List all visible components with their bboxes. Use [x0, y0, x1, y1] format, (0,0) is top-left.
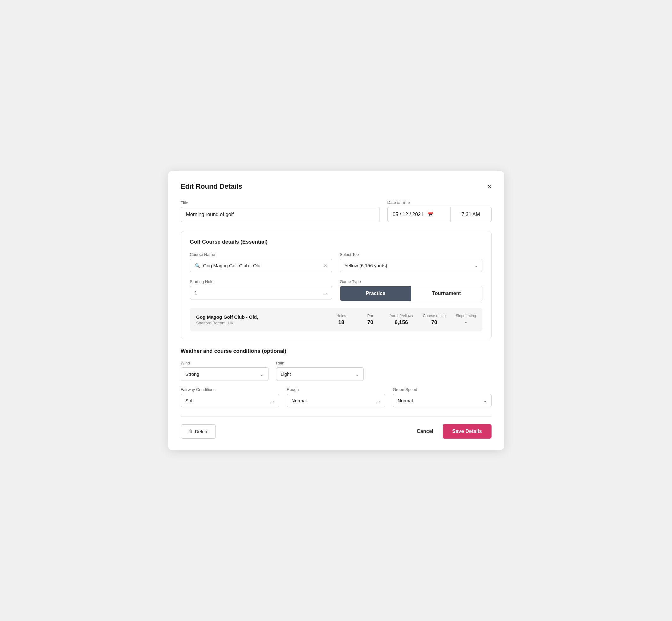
chevron-down-icon-2: ⌄: [324, 290, 328, 295]
yards-value: 6,156: [395, 319, 408, 326]
game-type-label: Game Type: [340, 279, 482, 284]
practice-button[interactable]: Practice: [340, 286, 411, 301]
footer-divider: [181, 416, 492, 417]
course-rating-value: 70: [431, 319, 437, 326]
course-section: Golf Course details (Essential) Course N…: [181, 231, 492, 339]
title-group: Title: [181, 200, 380, 222]
course-section-title: Golf Course details (Essential): [190, 239, 482, 245]
title-input[interactable]: [181, 207, 380, 222]
cancel-button[interactable]: Cancel: [414, 424, 436, 438]
search-icon: 🔍: [195, 263, 200, 268]
rain-dropdown[interactable]: Light ⌄: [276, 367, 364, 381]
starting-hole-value: 1: [195, 290, 197, 295]
chevron-down-icon: ⌄: [474, 263, 478, 268]
course-info-location: Shelford Bottom, UK: [196, 321, 322, 325]
green-speed-dropdown[interactable]: Normal ⌄: [393, 394, 491, 407]
starting-hole-dropdown[interactable]: 1 ⌄: [190, 286, 333, 299]
holes-value: 18: [338, 319, 344, 326]
datetime-label: Date & Time: [387, 200, 492, 205]
fairway-dropdown[interactable]: Soft ⌄: [181, 394, 279, 407]
course-info-row: Gog Magog Golf Club - Old, Shelford Bott…: [190, 308, 482, 331]
game-type-group: Game Type Practice Tournament: [340, 279, 482, 301]
course-row-1: Course Name 🔍 ✕ Select Tee Yellow (6,156…: [190, 252, 482, 272]
rough-value: Normal: [292, 398, 307, 403]
slope-rating-stat: Slope rating -: [456, 314, 476, 326]
title-label: Title: [181, 200, 380, 205]
chevron-down-icon-wind: ⌄: [260, 372, 264, 377]
date-field[interactable]: 05 / 12 / 2021 📅: [387, 207, 451, 222]
calendar-icon: 📅: [427, 211, 433, 217]
course-name-label: Course Name: [190, 252, 333, 257]
date-value: 05 / 12 / 2021: [393, 212, 424, 217]
green-speed-group: Green Speed Normal ⌄: [393, 387, 491, 407]
course-rating-stat: Course rating 70: [423, 314, 446, 326]
course-info-name-group: Gog Magog Golf Club - Old, Shelford Bott…: [196, 314, 322, 325]
delete-button[interactable]: 🗑 Delete: [181, 424, 216, 439]
date-time-group: 05 / 12 / 2021 📅 7:31 AM: [387, 207, 492, 222]
footer-right: Cancel Save Details: [414, 424, 492, 439]
rough-label: Rough: [287, 387, 385, 392]
rain-value: Light: [281, 371, 291, 377]
wind-value: Strong: [185, 371, 199, 377]
starting-hole-group: Starting Hole 1 ⌄: [190, 279, 333, 301]
slope-rating-value: -: [465, 319, 467, 326]
chevron-down-icon-rough: ⌄: [377, 398, 380, 403]
chevron-down-icon-fairway: ⌄: [271, 398, 275, 403]
datetime-group: Date & Time 05 / 12 / 2021 📅 7:31 AM: [387, 200, 492, 222]
edit-round-modal: Edit Round Details × Title Date & Time 0…: [168, 171, 504, 450]
starting-hole-label: Starting Hole: [190, 279, 333, 284]
wind-group: Wind Strong ⌄: [181, 361, 268, 381]
weather-row-1: Wind Strong ⌄ Rain Light ⌄: [181, 361, 364, 381]
trash-icon: 🗑: [188, 429, 193, 434]
fairway-group: Fairway Conditions Soft ⌄: [181, 387, 279, 407]
course-name-group: Course Name 🔍 ✕: [190, 252, 333, 272]
par-value: 70: [367, 319, 373, 326]
rough-dropdown[interactable]: Normal ⌄: [287, 394, 385, 407]
modal-header: Edit Round Details ×: [181, 182, 492, 191]
course-rating-label: Course rating: [423, 314, 446, 318]
time-value: 7:31 AM: [462, 212, 480, 217]
course-name-input[interactable]: [203, 263, 321, 268]
wind-label: Wind: [181, 361, 268, 365]
rain-group: Rain Light ⌄: [276, 361, 364, 381]
time-field[interactable]: 7:31 AM: [451, 207, 492, 222]
course-row-2: Starting Hole 1 ⌄ Game Type Practice Tou…: [190, 279, 482, 301]
course-info-name: Gog Magog Golf Club - Old,: [196, 314, 322, 320]
par-label: Par: [367, 314, 373, 318]
weather-section-title: Weather and course conditions (optional): [181, 348, 492, 355]
yards-stat: Yards(Yellow) 6,156: [390, 314, 413, 326]
chevron-down-icon-rain: ⌄: [355, 372, 359, 377]
top-row: Title Date & Time 05 / 12 / 2021 📅 7:31 …: [181, 200, 492, 222]
close-button[interactable]: ×: [488, 183, 492, 190]
green-speed-label: Green Speed: [393, 387, 491, 392]
green-speed-value: Normal: [397, 398, 413, 403]
game-type-toggle: Practice Tournament: [340, 286, 482, 301]
yards-label: Yards(Yellow): [390, 314, 413, 318]
select-tee-label: Select Tee: [340, 252, 482, 257]
select-tee-dropdown[interactable]: Yellow (6,156 yards) ⌄: [340, 259, 482, 272]
save-button[interactable]: Save Details: [443, 424, 491, 439]
rough-group: Rough Normal ⌄: [287, 387, 385, 407]
select-tee-value: Yellow (6,156 yards): [344, 263, 387, 268]
slope-rating-label: Slope rating: [456, 314, 476, 318]
par-stat: Par 70: [361, 314, 380, 326]
tournament-button[interactable]: Tournament: [411, 286, 482, 301]
holes-label: Holes: [336, 314, 346, 318]
modal-title: Edit Round Details: [181, 182, 243, 191]
course-name-input-wrap[interactable]: 🔍 ✕: [190, 259, 333, 272]
weather-row-2: Fairway Conditions Soft ⌄ Rough Normal ⌄…: [181, 387, 492, 407]
fairway-value: Soft: [185, 398, 194, 403]
delete-label: Delete: [195, 429, 209, 434]
footer: 🗑 Delete Cancel Save Details: [181, 424, 492, 439]
fairway-label: Fairway Conditions: [181, 387, 279, 392]
chevron-down-icon-green-speed: ⌄: [483, 398, 487, 403]
holes-stat: Holes 18: [332, 314, 351, 326]
wind-dropdown[interactable]: Strong ⌄: [181, 367, 268, 381]
clear-icon[interactable]: ✕: [324, 263, 328, 268]
rain-label: Rain: [276, 361, 364, 365]
select-tee-group: Select Tee Yellow (6,156 yards) ⌄: [340, 252, 482, 272]
weather-section: Weather and course conditions (optional)…: [181, 348, 492, 407]
